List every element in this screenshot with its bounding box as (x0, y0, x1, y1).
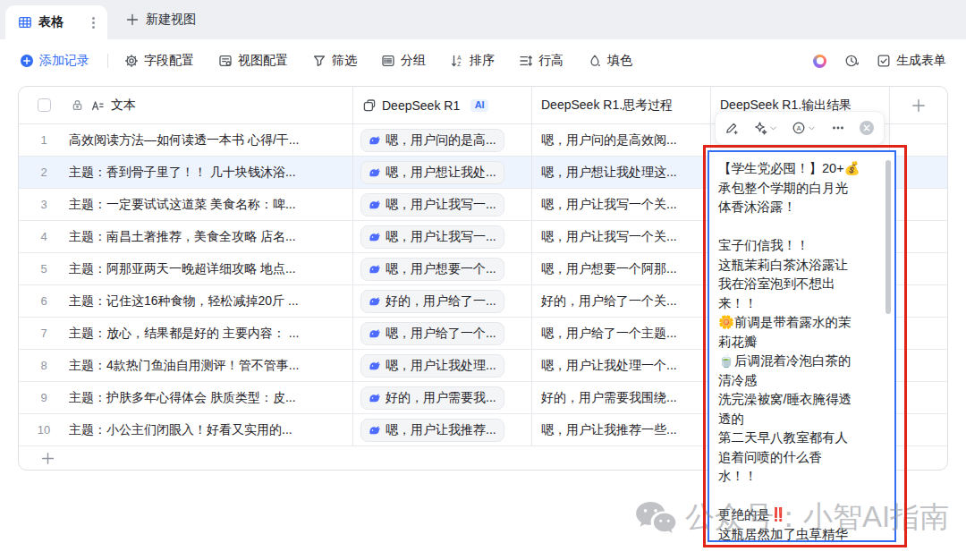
cell-deepseek-r1[interactable]: 嗯，用户让我处理... (353, 350, 532, 381)
row-height-label: 行高 (538, 53, 564, 69)
watermark: 公众号：小智AI指南 (635, 497, 949, 538)
cell-think[interactable]: 好的，用户需要我围绕... (532, 382, 711, 413)
row-filler (890, 414, 947, 445)
row-number[interactable]: 8 (19, 350, 69, 381)
cell-text[interactable]: 主题：护肤多年心得体会 肤质类型：皮... (69, 382, 353, 413)
sort-button[interactable]: A Z 排序 (450, 53, 495, 69)
history-clock-icon[interactable] (844, 54, 859, 68)
cell-text[interactable]: 主题：南昌土著推荐，美食全攻略 店名... (69, 221, 353, 252)
cell-think[interactable]: 嗯，用户给了一个主题... (532, 318, 711, 349)
row-filler (890, 382, 947, 413)
cell-text[interactable]: 主题：4款热门鱼油自用测评！管不管事... (69, 350, 353, 381)
header-deepseek-r1-column[interactable]: DeepSeek R1 AI (353, 87, 532, 123)
text-field-type-icon (90, 98, 105, 113)
sort-az-icon: A Z (450, 54, 464, 68)
row-number[interactable]: 7 (19, 318, 69, 349)
generate-form-button[interactable]: 生成表单 (877, 53, 946, 69)
row-height-button[interactable]: 行高 (519, 53, 564, 69)
field-config-button[interactable]: 字段配置 (124, 53, 194, 69)
translate-menu-button[interactable]: A (792, 121, 817, 135)
cell-deepseek-r1[interactable]: 好的，用户给了一... (353, 285, 532, 317)
row-number[interactable]: 4 (19, 221, 69, 252)
row-number[interactable]: 2 (19, 157, 69, 188)
header-text-column[interactable]: 文本 (19, 87, 353, 123)
cell-think[interactable]: 嗯，用户想要一个阿那... (532, 253, 711, 284)
ai-magic-menu-button[interactable] (753, 121, 778, 135)
circle-plus-icon (20, 54, 34, 68)
cell-deepseek-r1[interactable]: 嗯，用户问的是高... (353, 124, 532, 156)
header-think-label: DeepSeek R1.思考过程 (541, 98, 673, 114)
tab-table-view[interactable]: 表格 (5, 5, 107, 39)
cell-think[interactable]: 嗯，用户让我推荐一些... (532, 414, 711, 445)
new-view-button[interactable]: 新建视图 (125, 0, 196, 39)
group-icon (381, 54, 395, 68)
group-button[interactable]: 分组 (381, 53, 426, 69)
cell-deepseek-r1[interactable]: 嗯，用户让我推荐... (353, 414, 532, 445)
funnel-icon (312, 54, 326, 68)
row-number[interactable]: 1 (19, 124, 69, 156)
cell-text[interactable]: 主题：香到骨子里了！！ 几十块钱沐浴... (69, 157, 353, 188)
fill-color-button[interactable]: 填色 (588, 53, 632, 69)
cell-think[interactable]: 嗯，用户想让我处理这... (532, 157, 711, 188)
svg-text:Z: Z (457, 61, 461, 67)
group-label: 分组 (401, 53, 426, 69)
cell-think[interactable]: 嗯，用户让我写一个关... (532, 189, 711, 220)
cell-text[interactable]: 主题：小公主们闭眼入！好看又实用的... (69, 414, 353, 445)
gear-icon (124, 54, 139, 68)
magic-star-icon (753, 121, 767, 135)
cell-text[interactable]: 高效阅读方法—如何读透一本书 心得/干... (69, 124, 353, 156)
row-number[interactable]: 3 (19, 189, 69, 220)
tab-more-menu-icon[interactable] (89, 13, 98, 32)
add-column-button[interactable] (890, 87, 947, 123)
cell-think[interactable]: 嗯，用户问的是高效阅... (532, 124, 711, 156)
ai-edit-pencil-icon (724, 121, 739, 135)
automation-status-icon[interactable] (813, 55, 826, 68)
ai-badge: AI (470, 99, 488, 112)
cell-deepseek-r1[interactable]: 嗯，用户让我写一... (353, 189, 532, 220)
panel-scrollbar[interactable] (886, 160, 891, 314)
fill-color-label: 填色 (607, 53, 632, 69)
close-icon (859, 120, 875, 136)
expanded-cell-panel[interactable]: 【学生党必囤！】20+💰 承包整个学期的白月光 体香沐浴露！ 宝子们信我！！ 这… (708, 150, 896, 542)
cell-deepseek-r1[interactable]: 嗯，用户想要一个... (353, 253, 532, 284)
row-filler (890, 285, 947, 317)
more-actions-button[interactable] (831, 121, 845, 135)
plus-icon (911, 98, 927, 114)
add-record-label: 添加记录 (39, 53, 89, 69)
row-number[interactable]: 5 (19, 253, 69, 284)
cell-deepseek-r1[interactable]: 嗯，用户给了一个... (353, 318, 532, 349)
view-config-button[interactable]: 视图配置 (218, 53, 288, 69)
close-popup-button[interactable] (859, 120, 875, 136)
row-number[interactable]: 6 (19, 285, 69, 317)
header-r1-label: DeepSeek R1 (382, 98, 460, 113)
cell-text[interactable]: 主题：记住这16种食物，轻松减掉20斤 ... (69, 285, 353, 317)
cell-deepseek-r1[interactable]: 嗯，用户让我写一... (353, 221, 532, 252)
sort-label: 排序 (470, 53, 495, 69)
cell-think[interactable]: 嗯，用户让我处理一个... (532, 350, 711, 381)
lock-icon (71, 98, 84, 112)
cell-text[interactable]: 主题：放心，结果都是好的 主要内容： ... (69, 318, 353, 349)
fill-color-icon (588, 54, 602, 68)
cell-think[interactable]: 好的，用户给了一个关... (532, 285, 711, 317)
cell-text[interactable]: 主题：一定要试试这道菜 美食名称：啤... (69, 189, 353, 220)
generate-form-label: 生成表单 (896, 53, 946, 69)
cell-think[interactable]: 嗯，用户让我写一个关... (532, 221, 711, 252)
watermark-text: 公众号：小智AI指南 (685, 497, 949, 538)
row-filler (890, 124, 947, 156)
header-think-column[interactable]: DeepSeek R1.思考过程 (532, 87, 711, 123)
cell-deepseek-r1[interactable]: 好的，用户需要我... (353, 382, 532, 413)
form-check-icon (877, 54, 891, 68)
toolbar: 添加记录 字段配置 视图配置 筛选 (0, 39, 966, 82)
filter-button[interactable]: 筛选 (312, 53, 357, 69)
cell-deepseek-r1[interactable]: 嗯，用户想让我处... (353, 157, 532, 188)
row-number[interactable]: 9 (19, 382, 69, 413)
row-number[interactable]: 10 (19, 414, 69, 445)
row-filler (890, 350, 947, 381)
cell-text[interactable]: 主题：阿那亚两天一晚超详细攻略 地点... (69, 253, 353, 284)
chevron-down-icon (807, 123, 817, 133)
ai-edit-button[interactable] (724, 121, 739, 135)
toolbar-divider (107, 54, 108, 68)
select-all-checkbox[interactable] (38, 98, 51, 112)
add-record-button[interactable]: 添加记录 (20, 53, 89, 69)
circled-a-icon: A (792, 121, 806, 135)
